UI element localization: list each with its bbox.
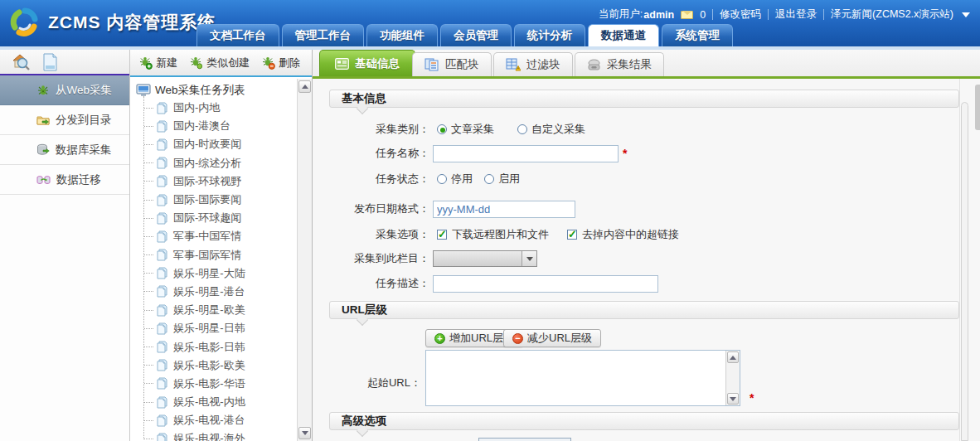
- database-migrate-icon: [36, 173, 51, 187]
- tree-item[interactable]: 娱乐-电视-海外: [130, 429, 297, 441]
- tree-item[interactable]: 娱乐-明星-欧美: [130, 301, 297, 319]
- start-url-label-row: 起始URL：: [322, 373, 421, 393]
- message-count[interactable]: 0: [700, 9, 706, 21]
- radio-article-collect[interactable]: [437, 124, 447, 134]
- section-title: URL层级: [342, 303, 387, 317]
- checkbox-download-remote[interactable]: [437, 230, 447, 240]
- tree-item[interactable]: 国内-内地: [130, 99, 297, 117]
- tab-collect-results[interactable]: 采集结果: [575, 52, 664, 76]
- tree-item[interactable]: 国际-环球视野: [130, 172, 297, 191]
- task-name-input[interactable]: [433, 145, 619, 162]
- radio-status-disabled[interactable]: [437, 174, 447, 184]
- main-content: 基础信息 匹配块: [313, 50, 980, 441]
- radio-label[interactable]: 启用: [498, 172, 520, 187]
- nav-tab[interactable]: 统计分析: [514, 24, 585, 46]
- tree-item[interactable]: 娱乐-电影-日韩: [130, 337, 297, 356]
- sidebar-item-db-collect[interactable]: 数据库采集: [0, 135, 129, 165]
- radio-custom-collect[interactable]: [517, 124, 527, 134]
- sidebar-item-web-collect[interactable]: 从Web采集: [0, 75, 129, 105]
- textarea-scrollbar[interactable]: [725, 351, 740, 405]
- remove-url-level-button[interactable]: − 减少URL层级: [503, 329, 601, 347]
- tree-item-label: 娱乐-明星-港台: [173, 284, 245, 299]
- tab-match-blocks[interactable]: 匹配块: [412, 52, 492, 76]
- tree-item-label: 国内-港澳台: [173, 119, 230, 133]
- tree-item[interactable]: 娱乐-电视-内地: [130, 393, 297, 411]
- nav-tab[interactable]: 功能组件: [366, 24, 438, 46]
- tab-basic-info[interactable]: 基础信息: [319, 50, 415, 76]
- select-dropdown-button[interactable]: [522, 251, 536, 266]
- nav-tab[interactable]: 管理工作台: [282, 24, 365, 46]
- create-similar-button[interactable]: 类似创建: [189, 56, 250, 70]
- tree-scroll-up-button[interactable]: [298, 80, 311, 93]
- tree-item[interactable]: 国内-时政要闻: [130, 135, 297, 153]
- nav-tab[interactable]: 系统管理: [662, 24, 733, 46]
- radio-label[interactable]: 自定义采集: [531, 122, 585, 137]
- tree-item[interactable]: 国际-国际要闻: [130, 191, 297, 209]
- radio-status-enabled[interactable]: [484, 174, 494, 184]
- delete-task-button[interactable]: 删除: [261, 56, 300, 70]
- nav-tab[interactable]: 文档工作台: [196, 24, 279, 46]
- content-panel-edge: [959, 79, 960, 441]
- task-doc-icon: [156, 433, 167, 441]
- window-scrollbar-thumb[interactable]: [975, 85, 980, 130]
- tree-item[interactable]: 娱乐-电视-港台: [130, 411, 297, 429]
- change-password-link[interactable]: 修改密码: [720, 7, 761, 22]
- task-doc-icon: [156, 377, 167, 390]
- radio-label[interactable]: 文章采集: [451, 122, 494, 137]
- checkbox-label[interactable]: 下载远程图片和文件: [452, 227, 549, 242]
- new-task-button[interactable]: 新建: [138, 56, 177, 70]
- tree-item[interactable]: 娱乐-明星-港台: [130, 283, 297, 301]
- results-icon: [587, 59, 601, 71]
- nav-tab-label: 管理工作台: [295, 28, 352, 43]
- task-desc-input[interactable]: [433, 275, 658, 293]
- site-home-search-icon[interactable]: [12, 53, 31, 71]
- task-doc-icon: [156, 138, 167, 151]
- mail-icon[interactable]: [681, 11, 693, 19]
- site-selector-caret-icon[interactable]: [962, 12, 970, 17]
- tree-item[interactable]: 国内-综述分析: [130, 154, 297, 172]
- tree-item[interactable]: 娱乐-明星-日韩: [130, 319, 297, 337]
- nav-tab-label: 系统管理: [675, 28, 720, 43]
- checkbox-label[interactable]: 去掉内容中的超链接: [582, 227, 679, 242]
- nav-tab-label: 会员管理: [454, 28, 498, 43]
- document-icon[interactable]: [42, 53, 58, 71]
- logout-link[interactable]: 退出登录: [775, 7, 817, 22]
- tab-filter-blocks[interactable]: 过滤块: [493, 52, 573, 76]
- tree-item-label: 国内-时政要闻: [173, 137, 241, 152]
- tree-scroll-down-button[interactable]: [298, 427, 311, 439]
- tree-item[interactable]: 军事-中国军情: [130, 227, 297, 245]
- separator: [823, 9, 824, 20]
- start-url-textarea[interactable]: [425, 350, 740, 406]
- tree-item[interactable]: 军事-国际军情: [130, 246, 297, 264]
- task-doc-icon: [156, 230, 167, 243]
- nav-tab[interactable]: 会员管理: [440, 24, 512, 46]
- minus-circle-icon: −: [512, 333, 523, 344]
- tree-item-label: 娱乐-电影-华语: [173, 376, 245, 391]
- tree-root-node[interactable]: Web采集任务列表: [130, 79, 297, 99]
- tree-item-label: 国内-内地: [173, 100, 220, 115]
- checkbox-strip-links[interactable]: [567, 230, 577, 240]
- collect-options-label: 采集选项：: [322, 227, 429, 242]
- sidebar-item-label: 数据库采集: [56, 143, 112, 158]
- main-nav: 文档工作台 管理工作台 功能组件 会员管理 统计分析 数据通道 系统管理: [196, 24, 733, 46]
- nav-tab-label: 文档工作台: [210, 28, 266, 43]
- spider-add-icon: [138, 56, 153, 70]
- nav-tab[interactable]: 数据通道: [588, 24, 659, 46]
- tree-item[interactable]: 国际-环球趣闻: [130, 209, 297, 227]
- sidebar: 从Web采集 分发到目录 数据库采集: [0, 50, 130, 441]
- tree-item[interactable]: 娱乐-电影-欧美: [130, 356, 297, 375]
- date-format-input[interactable]: [433, 201, 575, 218]
- sidebar-item-distribute[interactable]: 分发到目录: [0, 105, 129, 135]
- tree-item[interactable]: 娱乐-明星-大陆: [130, 264, 297, 283]
- content-scrollbar[interactable]: [961, 102, 968, 441]
- textarea-scroll-down-button[interactable]: [727, 393, 739, 405]
- tree-item[interactable]: 娱乐-电影-华语: [130, 375, 297, 393]
- textarea-scroll-up-button[interactable]: [727, 351, 739, 363]
- tree-item[interactable]: 国内-港澳台: [130, 117, 297, 135]
- site-selector[interactable]: 泽元新闻(ZCMS2.x演示站): [831, 7, 953, 22]
- tree-item-label: 国内-综述分析: [173, 156, 241, 171]
- tree-scrollbar[interactable]: [297, 79, 312, 441]
- radio-label[interactable]: 停用: [451, 172, 473, 187]
- target-catalog-select[interactable]: [433, 250, 537, 267]
- sidebar-item-db-migrate[interactable]: 数据迁移: [0, 165, 129, 195]
